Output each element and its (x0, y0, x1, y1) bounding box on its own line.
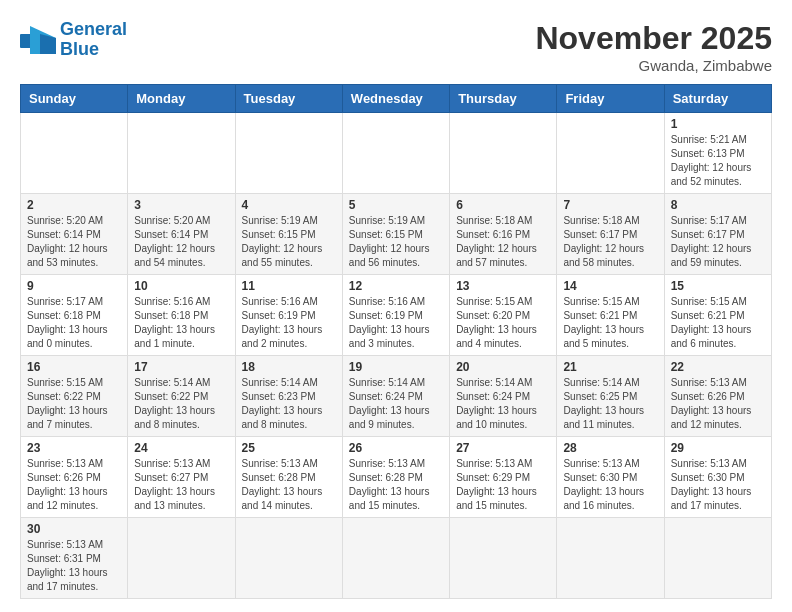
day-info: Sunrise: 5:14 AM Sunset: 6:24 PM Dayligh… (349, 376, 443, 432)
day-info: Sunrise: 5:15 AM Sunset: 6:22 PM Dayligh… (27, 376, 121, 432)
table-row (235, 518, 342, 599)
table-row: 15Sunrise: 5:15 AM Sunset: 6:21 PM Dayli… (664, 275, 771, 356)
table-row: 26Sunrise: 5:13 AM Sunset: 6:28 PM Dayli… (342, 437, 449, 518)
table-row: 4Sunrise: 5:19 AM Sunset: 6:15 PM Daylig… (235, 194, 342, 275)
day-number: 23 (27, 441, 121, 455)
header-sunday: Sunday (21, 85, 128, 113)
calendar-row: 9Sunrise: 5:17 AM Sunset: 6:18 PM Daylig… (21, 275, 772, 356)
day-number: 19 (349, 360, 443, 374)
table-row (664, 518, 771, 599)
table-row: 25Sunrise: 5:13 AM Sunset: 6:28 PM Dayli… (235, 437, 342, 518)
table-row: 6Sunrise: 5:18 AM Sunset: 6:16 PM Daylig… (450, 194, 557, 275)
day-info: Sunrise: 5:13 AM Sunset: 6:30 PM Dayligh… (671, 457, 765, 513)
logo-general: General (60, 19, 127, 39)
day-info: Sunrise: 5:18 AM Sunset: 6:16 PM Dayligh… (456, 214, 550, 270)
day-number: 15 (671, 279, 765, 293)
day-info: Sunrise: 5:19 AM Sunset: 6:15 PM Dayligh… (349, 214, 443, 270)
calendar: Sunday Monday Tuesday Wednesday Thursday… (20, 84, 772, 599)
calendar-row: 1Sunrise: 5:21 AM Sunset: 6:13 PM Daylig… (21, 113, 772, 194)
day-number: 11 (242, 279, 336, 293)
day-number: 14 (563, 279, 657, 293)
day-number: 7 (563, 198, 657, 212)
table-row (450, 518, 557, 599)
header-saturday: Saturday (664, 85, 771, 113)
day-info: Sunrise: 5:13 AM Sunset: 6:26 PM Dayligh… (27, 457, 121, 513)
title-area: November 2025 Gwanda, Zimbabwe (535, 20, 772, 74)
day-info: Sunrise: 5:16 AM Sunset: 6:18 PM Dayligh… (134, 295, 228, 351)
table-row (235, 113, 342, 194)
table-row: 12Sunrise: 5:16 AM Sunset: 6:19 PM Dayli… (342, 275, 449, 356)
day-info: Sunrise: 5:13 AM Sunset: 6:28 PM Dayligh… (349, 457, 443, 513)
table-row: 9Sunrise: 5:17 AM Sunset: 6:18 PM Daylig… (21, 275, 128, 356)
day-info: Sunrise: 5:15 AM Sunset: 6:20 PM Dayligh… (456, 295, 550, 351)
table-row: 20Sunrise: 5:14 AM Sunset: 6:24 PM Dayli… (450, 356, 557, 437)
day-info: Sunrise: 5:19 AM Sunset: 6:15 PM Dayligh… (242, 214, 336, 270)
day-number: 17 (134, 360, 228, 374)
day-info: Sunrise: 5:13 AM Sunset: 6:30 PM Dayligh… (563, 457, 657, 513)
header-friday: Friday (557, 85, 664, 113)
day-number: 27 (456, 441, 550, 455)
day-number: 21 (563, 360, 657, 374)
day-info: Sunrise: 5:14 AM Sunset: 6:25 PM Dayligh… (563, 376, 657, 432)
header: General Blue November 2025 Gwanda, Zimba… (20, 20, 772, 74)
day-info: Sunrise: 5:16 AM Sunset: 6:19 PM Dayligh… (242, 295, 336, 351)
table-row: 5Sunrise: 5:19 AM Sunset: 6:15 PM Daylig… (342, 194, 449, 275)
day-number: 12 (349, 279, 443, 293)
day-number: 6 (456, 198, 550, 212)
calendar-row: 16Sunrise: 5:15 AM Sunset: 6:22 PM Dayli… (21, 356, 772, 437)
day-info: Sunrise: 5:17 AM Sunset: 6:17 PM Dayligh… (671, 214, 765, 270)
table-row: 23Sunrise: 5:13 AM Sunset: 6:26 PM Dayli… (21, 437, 128, 518)
table-row (128, 113, 235, 194)
table-row (21, 113, 128, 194)
day-number: 9 (27, 279, 121, 293)
day-number: 2 (27, 198, 121, 212)
day-info: Sunrise: 5:21 AM Sunset: 6:13 PM Dayligh… (671, 133, 765, 189)
table-row: 21Sunrise: 5:14 AM Sunset: 6:25 PM Dayli… (557, 356, 664, 437)
day-info: Sunrise: 5:20 AM Sunset: 6:14 PM Dayligh… (27, 214, 121, 270)
table-row: 13Sunrise: 5:15 AM Sunset: 6:20 PM Dayli… (450, 275, 557, 356)
table-row: 14Sunrise: 5:15 AM Sunset: 6:21 PM Dayli… (557, 275, 664, 356)
table-row (342, 518, 449, 599)
calendar-row: 30Sunrise: 5:13 AM Sunset: 6:31 PM Dayli… (21, 518, 772, 599)
day-number: 20 (456, 360, 550, 374)
table-row (342, 113, 449, 194)
logo: General Blue (20, 20, 127, 60)
day-number: 30 (27, 522, 121, 536)
day-info: Sunrise: 5:14 AM Sunset: 6:24 PM Dayligh… (456, 376, 550, 432)
day-info: Sunrise: 5:13 AM Sunset: 6:27 PM Dayligh… (134, 457, 228, 513)
month-title: November 2025 (535, 20, 772, 57)
day-number: 22 (671, 360, 765, 374)
day-info: Sunrise: 5:17 AM Sunset: 6:18 PM Dayligh… (27, 295, 121, 351)
day-number: 4 (242, 198, 336, 212)
table-row: 24Sunrise: 5:13 AM Sunset: 6:27 PM Dayli… (128, 437, 235, 518)
day-number: 18 (242, 360, 336, 374)
table-row (557, 518, 664, 599)
header-wednesday: Wednesday (342, 85, 449, 113)
table-row: 7Sunrise: 5:18 AM Sunset: 6:17 PM Daylig… (557, 194, 664, 275)
logo-text: General Blue (60, 20, 127, 60)
day-number: 28 (563, 441, 657, 455)
table-row: 18Sunrise: 5:14 AM Sunset: 6:23 PM Dayli… (235, 356, 342, 437)
day-info: Sunrise: 5:13 AM Sunset: 6:31 PM Dayligh… (27, 538, 121, 594)
day-info: Sunrise: 5:16 AM Sunset: 6:19 PM Dayligh… (349, 295, 443, 351)
calendar-row: 23Sunrise: 5:13 AM Sunset: 6:26 PM Dayli… (21, 437, 772, 518)
table-row: 27Sunrise: 5:13 AM Sunset: 6:29 PM Dayli… (450, 437, 557, 518)
logo-blue: Blue (60, 39, 99, 59)
table-row: 30Sunrise: 5:13 AM Sunset: 6:31 PM Dayli… (21, 518, 128, 599)
location: Gwanda, Zimbabwe (535, 57, 772, 74)
day-number: 3 (134, 198, 228, 212)
day-info: Sunrise: 5:13 AM Sunset: 6:29 PM Dayligh… (456, 457, 550, 513)
day-number: 24 (134, 441, 228, 455)
header-monday: Monday (128, 85, 235, 113)
table-row: 8Sunrise: 5:17 AM Sunset: 6:17 PM Daylig… (664, 194, 771, 275)
day-number: 16 (27, 360, 121, 374)
table-row: 19Sunrise: 5:14 AM Sunset: 6:24 PM Dayli… (342, 356, 449, 437)
day-number: 10 (134, 279, 228, 293)
day-info: Sunrise: 5:20 AM Sunset: 6:14 PM Dayligh… (134, 214, 228, 270)
table-row (450, 113, 557, 194)
table-row: 29Sunrise: 5:13 AM Sunset: 6:30 PM Dayli… (664, 437, 771, 518)
table-row: 16Sunrise: 5:15 AM Sunset: 6:22 PM Dayli… (21, 356, 128, 437)
day-info: Sunrise: 5:14 AM Sunset: 6:23 PM Dayligh… (242, 376, 336, 432)
weekday-header-row: Sunday Monday Tuesday Wednesday Thursday… (21, 85, 772, 113)
day-info: Sunrise: 5:14 AM Sunset: 6:22 PM Dayligh… (134, 376, 228, 432)
